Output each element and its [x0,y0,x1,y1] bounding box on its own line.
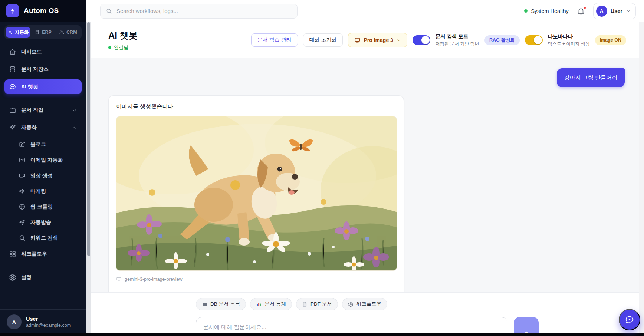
users-icon [59,30,64,35]
sidebar-item-crawling[interactable]: 웹 크롤링 [4,200,82,214]
composer-panel: DB 문서 목록 문서 통계 PDF 문서 워크플로우 [91,292,639,333]
divider [6,98,80,98]
main-scrollbar[interactable] [639,22,644,333]
sidebar-item-automation[interactable]: 자동화 [4,120,82,135]
avatar: A [596,6,607,17]
page-header: AI 챗봇 연결됨 문서 학습 관리 대화 초기화 Pro Image 3 문서… [86,22,644,58]
global-search[interactable] [100,4,298,19]
sidebar-item-email[interactable]: 이메일 자동화 [4,153,82,167]
reset-chat-button[interactable]: 대화 초기화 [303,33,343,47]
toggle-knob [534,36,542,44]
puppy-watercolor-illustration [116,116,397,271]
quick-action-db-docs[interactable]: DB 문서 목록 [196,298,246,310]
image-model-caption: gemini-3-pro-image-preview [116,276,396,282]
notification-bell[interactable] [577,7,585,15]
notification-badge [583,6,586,10]
search-icon [106,8,112,14]
quick-action-workflow[interactable]: 워크플로우 [342,298,388,310]
doc-search-toggle[interactable] [413,35,430,45]
building-icon [34,30,40,35]
user-email: admin@example.com [26,323,71,328]
sidebar-item-marketing[interactable]: 마케팅 [4,184,82,198]
generated-image[interactable] [116,116,397,271]
assistant-message-text: 이미지를 생성했습니다. [116,103,396,110]
system-status: System Healthy [524,8,569,14]
assistant-message-card: 이미지를 생성했습니다. [108,95,404,302]
sidebar-user[interactable]: A User admin@example.com [0,309,86,336]
brand-name: Autom OS [24,7,59,15]
search-icon [19,234,26,241]
tab-automation[interactable]: 자동화 [6,27,30,38]
sidebar-item-ai-chatbot[interactable]: AI 챗봇 [4,79,82,94]
sidebar-item-doc-storage[interactable]: 문서 저장소 [4,62,82,77]
sidebar-item-settings[interactable]: 설정 [4,270,82,285]
monitor-icon [354,37,361,43]
tab-crm[interactable]: CRM [56,27,80,38]
tab-erp[interactable]: ERP [31,27,55,38]
sidebar-item-keyword[interactable]: 키워드 검색 [4,231,82,245]
chevron-down-icon [626,9,631,14]
nano-label: 나노바나나 텍스트 + 이미지 생성 [548,33,590,47]
sparkles-icon [7,30,13,35]
file-icon [302,302,308,307]
sidebar-item-doc-work[interactable]: 문서 작업 [4,103,82,118]
sidebar-item-workflow[interactable]: 워크플로우 [4,247,82,261]
divider [6,265,80,265]
status-dot [524,9,528,13]
bolt-icon [6,4,19,17]
sidebar-scrollbar[interactable] [86,22,91,333]
avatar: A [7,314,22,329]
quick-action-pdf-docs[interactable]: PDF 문서 [296,298,338,310]
quick-action-doc-stats[interactable]: 문서 통계 [250,298,292,310]
user-menu[interactable]: A User [593,3,636,19]
send-icon [19,219,26,226]
sidebar-nav: 대시보드 문서 저장소 AI 챗봇 문서 작업 자동화 [0,42,86,309]
doc-search-label: 문서 검색 모드 저장된 문서 기반 답변 [436,33,479,47]
edit-icon [19,141,26,148]
chevron-down-icon [396,38,401,43]
workspace-tabs: 자동화 ERP CRM [4,25,82,39]
home-icon [9,48,16,56]
status-dot [108,46,111,49]
chevron-up-icon [72,125,77,131]
chat-bubble-icon [9,83,16,90]
bar-chart-icon [256,302,262,307]
quick-actions: DB 문서 목록 문서 통계 PDF 문서 워크플로우 [196,298,387,310]
sidebar-item-dashboard[interactable]: 대시보드 [4,45,82,59]
user-name: User [26,316,71,322]
chat-dots-icon [624,314,635,325]
sidebar: Autom OS 자동화 ERP CRM 대시보드 문서 저 [0,0,86,336]
chevron-down-icon [72,108,77,113]
gear-icon [9,274,16,281]
topbar: System Healthy A User [86,0,644,22]
user-message-bubble: 강아지 그림 만들어줘 [557,68,625,87]
page-title: AI 챗봇 [108,30,138,42]
video-camera-icon [19,172,26,179]
scrollbar-thumb[interactable] [87,22,90,256]
sidebar-item-video[interactable]: 영상 생성 [4,169,82,182]
header-controls: 문서 학습 관리 대화 초기화 Pro Image 3 문서 검색 모드 저장된… [251,33,626,47]
search-input[interactable] [116,7,292,14]
model-select-button[interactable]: Pro Image 3 [348,33,407,47]
chat-fab[interactable] [619,309,640,330]
doc-training-button[interactable]: 문서 학습 관리 [251,33,298,47]
bottom-edge [0,333,644,336]
app-window: Autom OS 자동화 ERP CRM 대시보드 문서 저 [0,0,644,336]
database-icon [9,66,16,73]
rag-badge: RAG 활성화 [484,35,520,45]
monitor-icon [116,276,122,282]
sidebar-item-blog[interactable]: 블로그 [4,138,82,151]
connection-status: 연결됨 [108,44,138,51]
toggle-knob [421,36,430,44]
sparkles-icon [9,124,16,131]
megaphone-icon [19,188,26,195]
nano-toggle[interactable] [525,35,543,45]
folder-icon [202,302,207,307]
sidebar-item-autosend[interactable]: 자동발송 [4,215,82,229]
image-on-badge: Image ON [595,35,626,45]
gear-icon [348,302,354,307]
globe-icon [19,203,26,210]
topbar-right: System Healthy A User [524,3,636,19]
mail-icon [19,157,26,164]
grid-icon [9,250,16,258]
